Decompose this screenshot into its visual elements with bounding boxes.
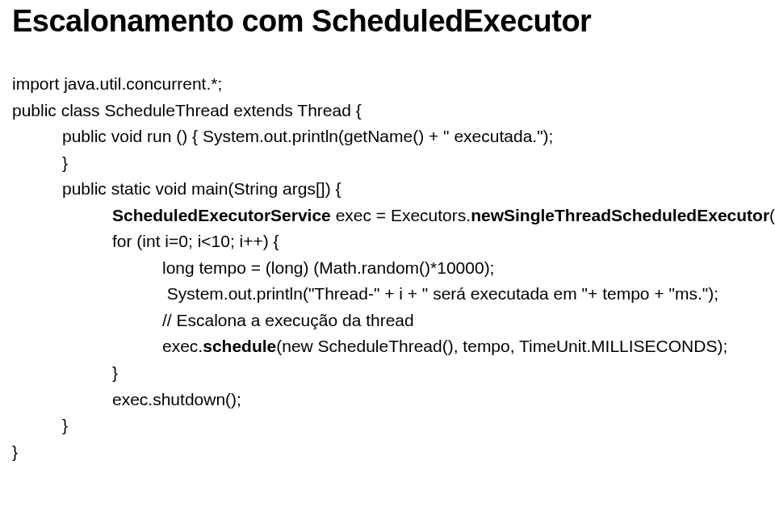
code-bold: ScheduledExecutorService xyxy=(112,206,331,224)
code-line: long tempo = (long) (Math.random()*10000… xyxy=(12,255,763,282)
code-line: } xyxy=(12,150,763,177)
slide-title: Escalonamento com ScheduledExecutor xyxy=(12,4,763,39)
code-text: exec. xyxy=(162,337,203,355)
code-bold: schedule xyxy=(203,337,276,355)
code-text: exec = Executors. xyxy=(331,206,471,224)
code-line: ScheduledExecutorService exec = Executor… xyxy=(12,203,763,229)
code-block: import java.util.concurrent.*; public cl… xyxy=(12,71,763,465)
code-line: public static void main(String args[]) { xyxy=(12,176,763,203)
code-line: // Escalona a execução da thread xyxy=(12,308,763,334)
code-line: exec.shutdown(); xyxy=(12,387,763,413)
code-line: exec.schedule(new ScheduleThread(), temp… xyxy=(12,333,763,360)
code-bold: newSingleThreadScheduledExecutor xyxy=(471,206,769,224)
code-line: public void run () { System.out.println(… xyxy=(12,124,763,150)
code-line: for (int i=0; i<10; i++) { xyxy=(12,228,763,255)
code-line: } xyxy=(12,439,763,466)
code-line: import java.util.concurrent.*; xyxy=(12,71,763,98)
code-line: } xyxy=(12,360,763,387)
code-text: (); xyxy=(769,206,775,224)
code-line: System.out.println("Thread-" + i + " ser… xyxy=(12,281,763,308)
code-text: (new ScheduleThread(), tempo, TimeUnit.M… xyxy=(276,337,727,355)
code-line: public class ScheduleThread extends Thre… xyxy=(12,98,763,124)
code-line: } xyxy=(12,413,763,439)
